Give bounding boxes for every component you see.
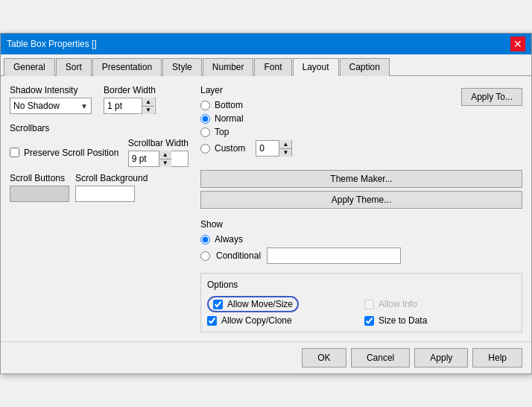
help-button[interactable]: Help xyxy=(472,348,522,367)
layout-content: Shadow Intensity No Shadow ▼ Border Widt… xyxy=(1,76,531,341)
scrollbars-label: Scrollbars xyxy=(10,123,189,133)
bottom-buttons: OK Cancel Apply Help xyxy=(1,341,531,373)
layer-bottom-radio[interactable] xyxy=(200,101,210,110)
tab-caption[interactable]: Caption xyxy=(340,58,390,76)
allow-info-row: Allow Info xyxy=(364,296,516,312)
show-always-radio[interactable] xyxy=(200,235,210,244)
theme-maker-button[interactable]: Theme Maker... xyxy=(200,170,522,188)
border-width-input[interactable] xyxy=(104,98,142,113)
chevron-down-icon: ▼ xyxy=(80,102,88,110)
tab-bar: General Sort Presentation Style Number F… xyxy=(1,54,531,76)
border-width-group: Border Width ▲ ▼ xyxy=(104,85,156,114)
allow-copy-clone-row: Allow Copy/Clone xyxy=(207,315,358,326)
allow-copy-clone-checkbox[interactable] xyxy=(207,316,217,326)
layer-top-radio[interactable] xyxy=(200,127,210,137)
scrollbar-width-spin-buttons: ▲ ▼ xyxy=(159,151,171,167)
close-button[interactable]: ✕ xyxy=(510,37,525,51)
layer-bottom-label: Bottom xyxy=(215,100,243,110)
dialog-title: Table Box Properties [] xyxy=(7,39,97,49)
layer-custom-input[interactable] xyxy=(256,141,279,156)
preserve-scroll-checkbox[interactable] xyxy=(10,148,19,157)
allow-copy-clone-label: Allow Copy/Clone xyxy=(221,315,292,326)
show-section: Show Always Conditional xyxy=(200,219,522,264)
tab-sort[interactable]: Sort xyxy=(56,58,92,76)
scrollbar-width-input[interactable] xyxy=(129,151,159,166)
tab-font[interactable]: Font xyxy=(254,58,291,76)
dialog: Table Box Properties [] ✕ General Sort P… xyxy=(0,33,532,374)
tab-presentation[interactable]: Presentation xyxy=(92,58,162,76)
allow-move-size-group: Allow Move/Size xyxy=(207,296,358,312)
scrollbar-row: Preserve Scroll Position Scrollbar Width… xyxy=(10,138,189,167)
allow-info-checkbox[interactable] xyxy=(364,300,374,309)
field-group-top: Shadow Intensity No Shadow ▼ Border Widt… xyxy=(10,85,189,114)
show-conditional-radio[interactable] xyxy=(200,251,210,261)
right-panel: Layer Bottom Normal xyxy=(200,85,522,332)
allow-move-size-checkbox[interactable] xyxy=(213,300,223,309)
cancel-button[interactable]: Cancel xyxy=(351,348,410,367)
tab-style[interactable]: Style xyxy=(162,58,202,76)
ok-button[interactable]: OK xyxy=(302,348,346,367)
apply-to-button[interactable]: Apply To... xyxy=(461,88,522,106)
layer-custom-down-button[interactable]: ▼ xyxy=(279,149,291,157)
show-label: Show xyxy=(200,219,522,230)
border-width-spin-buttons: ▲ ▼ xyxy=(142,98,154,114)
scrollbar-width-up-button[interactable]: ▲ xyxy=(159,151,171,160)
tab-general[interactable]: General xyxy=(4,58,55,76)
scroll-buttons-row: Scroll Buttons Scroll Background xyxy=(10,173,189,202)
options-label: Options xyxy=(207,280,516,290)
title-bar: Table Box Properties [] ✕ xyxy=(1,34,531,54)
conditional-input[interactable] xyxy=(267,247,401,264)
show-always-row: Always xyxy=(200,234,522,244)
size-to-data-row: Size to Data xyxy=(364,315,516,326)
layer-custom-spin-buttons: ▲ ▼ xyxy=(279,140,291,157)
options-grid: Allow Move/Size Allow Info Allow Copy/Cl… xyxy=(207,296,516,326)
apply-button[interactable]: Apply xyxy=(414,348,468,367)
shadow-intensity-label: Shadow Intensity xyxy=(10,85,92,95)
border-width-up-button[interactable]: ▲ xyxy=(142,98,154,107)
layer-custom-radio[interactable] xyxy=(200,144,210,154)
layer-custom-row: Custom ▲ ▼ xyxy=(200,140,292,157)
layer-normal-row: Normal xyxy=(200,113,292,124)
tab-number[interactable]: Number xyxy=(203,58,254,76)
layer-custom-up-button[interactable]: ▲ xyxy=(279,140,291,149)
preserve-scroll-label: Preserve Scroll Position xyxy=(24,148,118,158)
layer-label: Layer xyxy=(200,85,292,95)
scroll-buttons-swatch[interactable] xyxy=(10,186,69,202)
border-width-label: Border Width xyxy=(104,85,156,95)
apply-theme-button[interactable]: Apply Theme... xyxy=(200,191,522,209)
allow-info-label: Allow Info xyxy=(379,299,417,309)
scrollbar-width-group: Scrollbar Width ▲ ▼ xyxy=(128,138,189,167)
layer-top-label: Top xyxy=(215,127,229,137)
scroll-background-swatch[interactable] xyxy=(75,186,135,202)
apply-to-group: Apply To... xyxy=(461,85,522,106)
layer-section: Layer Bottom Normal xyxy=(200,85,522,163)
preserve-scroll-row: Preserve Scroll Position xyxy=(10,148,118,158)
scrollbar-width-down-button[interactable]: ▼ xyxy=(159,160,171,168)
border-width-down-button[interactable]: ▼ xyxy=(142,107,154,115)
border-width-spin[interactable]: ▲ ▼ xyxy=(104,98,156,114)
preserve-scroll-group: Preserve Scroll Position xyxy=(10,148,118,158)
left-panel: Shadow Intensity No Shadow ▼ Border Widt… xyxy=(10,85,189,202)
scroll-buttons-label: Scroll Buttons xyxy=(10,173,69,183)
size-to-data-label: Size to Data xyxy=(379,315,427,326)
scrollbars-section: Scrollbars Preserve Scroll Position Scro… xyxy=(10,123,189,202)
show-conditional-label: Conditional xyxy=(216,250,261,261)
layer-top-row: Top xyxy=(200,127,292,137)
allow-move-size-label: Allow Move/Size xyxy=(227,299,293,309)
scrollbar-width-spin[interactable]: ▲ ▼ xyxy=(128,151,189,167)
shadow-intensity-select[interactable]: No Shadow ▼ xyxy=(10,98,92,114)
layer-custom-label: Custom xyxy=(215,143,245,154)
show-conditional-row: Conditional xyxy=(200,247,522,264)
allow-move-size-highlighted: Allow Move/Size xyxy=(207,296,299,312)
show-radio-group: Always Conditional xyxy=(200,234,522,264)
scrollbar-width-label: Scrollbar Width xyxy=(128,138,189,148)
tab-layout[interactable]: Layout xyxy=(293,58,339,76)
show-always-label: Always xyxy=(215,234,243,244)
size-to-data-checkbox[interactable] xyxy=(364,316,374,326)
options-section: Options Allow Move/Size Allow Info xyxy=(200,273,522,332)
layer-custom-spin[interactable]: ▲ ▼ xyxy=(256,140,292,157)
layer-group: Layer Bottom Normal xyxy=(200,85,292,163)
shadow-intensity-group: Shadow Intensity No Shadow ▼ xyxy=(10,85,92,114)
layer-normal-radio[interactable] xyxy=(200,114,210,124)
scroll-buttons-group: Scroll Buttons xyxy=(10,173,69,202)
